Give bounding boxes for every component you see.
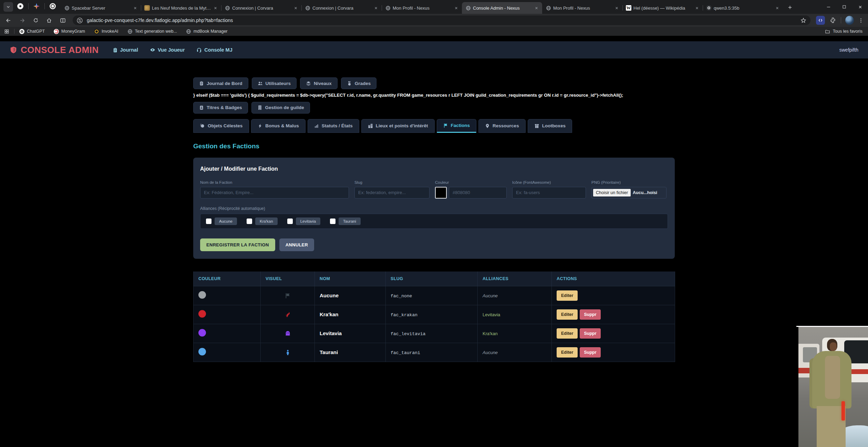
bookmark-star-icon[interactable] [800, 18, 806, 23]
delete-button[interactable]: Suppr [580, 347, 600, 358]
tab-close-icon[interactable] [775, 6, 779, 10]
moneygram-favicon-icon [54, 29, 59, 34]
browser-tab[interactable]: W Hel (déesse) — Wikipédia [622, 2, 703, 14]
tab-lieux-points-interet[interactable]: Lieux et points d'intérêt [361, 119, 435, 133]
browser-tab[interactable]: Spacebar Server [61, 2, 141, 14]
tab-close-icon[interactable] [374, 6, 378, 10]
delete-button[interactable]: Suppr [580, 328, 600, 339]
tab-gestion-de-guilde[interactable]: Gestion de guilde [251, 102, 310, 114]
tab-close-icon[interactable] [534, 6, 539, 10]
home-button[interactable] [44, 15, 54, 25]
browser-tab[interactable]: Les Neuf Mondes de la Mythol... [141, 2, 221, 14]
extension-icon[interactable] [816, 16, 825, 25]
bookmark-item[interactable]: InvokeAI [94, 29, 118, 34]
tab-journal-de-bord[interactable]: Journal de Bord [193, 77, 248, 89]
file-input[interactable]: Choisir un fichier Aucu...hoisi [591, 187, 666, 199]
tab-list: Spacebar Server Les Neuf Mondes de la My… [61, 2, 783, 14]
minimize-button[interactable] [820, 0, 836, 14]
header-nom: NOM [315, 272, 386, 286]
username[interactable]: swefpifth [839, 47, 858, 53]
tab-close-icon[interactable] [293, 6, 298, 10]
tab-title: Les Neuf Mondes de la Mythol... [152, 6, 211, 11]
new-tab-button[interactable] [785, 2, 795, 12]
edit-button[interactable]: Editer [557, 309, 578, 320]
tab-close-icon[interactable] [454, 6, 458, 10]
alliance-checkbox[interactable] [247, 219, 252, 224]
bookmark-item[interactable]: MoneyGram [54, 29, 85, 34]
tab-statuts-etats[interactable]: Statuts / États [308, 119, 359, 133]
bookmark-label: InvokeAI [102, 29, 118, 34]
forward-button[interactable] [17, 15, 27, 25]
faction-name-input[interactable] [200, 187, 349, 199]
edit-button[interactable]: Editer [557, 290, 578, 301]
browser-tab[interactable]: Mon Profil - Nexus [382, 2, 462, 14]
faction-icon-input[interactable] [512, 187, 586, 199]
edit-button[interactable]: Editer [557, 347, 578, 358]
choose-file-button[interactable]: Choisir un fichier [593, 189, 631, 196]
browser-tab[interactable]: Connexion | Corvara [301, 2, 382, 14]
save-faction-button[interactable]: ENREGISTRER LA FACTION [200, 238, 275, 251]
tab-niveaux[interactable]: Niveaux [300, 77, 338, 89]
browser-tab[interactable]: qwen3.5:35b [703, 2, 783, 14]
tab-bonus-malus[interactable]: Bonus & Malus [251, 119, 306, 133]
field-label: Couleur [435, 180, 507, 184]
tab-close-icon[interactable] [614, 6, 619, 10]
back-button[interactable] [3, 15, 13, 25]
browser-tab[interactable]: Mon Profil - Nexus [542, 2, 622, 14]
tab-ressources[interactable]: Ressources [478, 119, 526, 133]
reload-button[interactable] [31, 15, 41, 25]
alliance-checkbox[interactable] [206, 219, 211, 224]
maximize-button[interactable] [836, 0, 852, 14]
tab-utilisateurs[interactable]: Utilisateurs [252, 77, 297, 89]
pinned-tab-wordpress-icon[interactable] [50, 3, 56, 9]
pinned-tab-chatgpt-icon[interactable] [17, 3, 23, 9]
site-info-icon[interactable] [77, 18, 83, 23]
field-color: Couleur [435, 180, 507, 199]
tab-close-icon[interactable] [213, 6, 218, 10]
tab-search-button[interactable] [3, 2, 13, 12]
browser-tab-active[interactable]: Console Admin - Nexus [462, 2, 542, 14]
split-screen-button[interactable] [58, 15, 68, 25]
bookmark-item[interactable]: mdBook Manager [186, 29, 228, 34]
tab-title: Connexion | Corvara [312, 6, 372, 11]
header-actions: ACTIONS [552, 272, 675, 286]
alliance-option-label: Aucune [215, 217, 237, 225]
tab-grades[interactable]: Grades [341, 77, 377, 89]
image-favicon-icon [144, 5, 150, 11]
color-hex-input[interactable] [449, 187, 507, 199]
delete-button[interactable]: Suppr [580, 309, 600, 320]
tab-close-icon[interactable] [695, 6, 699, 10]
bookmark-label: MoneyGram [61, 29, 85, 34]
browser-menu-icon[interactable] [858, 18, 864, 23]
apps-grid-icon[interactable] [4, 29, 9, 34]
building-icon [257, 105, 262, 110]
tab-objets-celestes[interactable]: Objets Célestes [193, 119, 249, 133]
faction-slug-input[interactable] [354, 187, 430, 199]
alliance-checkbox[interactable] [330, 219, 335, 224]
extensions-puzzle-icon[interactable] [830, 17, 836, 23]
cancel-button[interactable]: ANNULER [279, 238, 314, 251]
url-text[interactable]: galactic-pve-conquest-c7fe.dev.flatlogic… [87, 18, 800, 23]
nav-journal[interactable]: Journal [113, 47, 138, 53]
tab-factions-active[interactable]: Factions [437, 119, 477, 133]
color-swatch-input[interactable] [435, 187, 447, 199]
divider [14, 29, 14, 34]
edit-button[interactable]: Editer [557, 328, 578, 339]
pip-video-player[interactable] [796, 321, 868, 447]
address-bar[interactable]: galactic-pve-conquest-c7fe.dev.flatlogic… [73, 15, 810, 25]
nav-console-mj[interactable]: Console MJ [196, 47, 232, 53]
video-frame [798, 327, 868, 447]
faction-alliances: Aucune [483, 293, 498, 298]
tab-titres-badges[interactable]: Titres & Badges [193, 102, 248, 114]
tab-lootboxes[interactable]: Lootboxes [528, 119, 572, 133]
browser-tab[interactable]: Connexion | Corvara [221, 2, 301, 14]
bookmark-item[interactable]: ChatGPT [19, 29, 45, 34]
nav-vue-joueur[interactable]: Vue Joueur [150, 47, 185, 53]
alliance-checkbox[interactable] [287, 219, 293, 224]
close-window-button[interactable] [852, 0, 868, 14]
all-favorites-button[interactable]: Tous les favoris [825, 29, 862, 34]
tab-close-icon[interactable] [133, 6, 137, 10]
bookmark-item[interactable]: Text generation web... [127, 29, 177, 34]
pinned-tab-sparkle-icon[interactable] [33, 3, 40, 9]
profile-avatar[interactable] [845, 16, 854, 25]
